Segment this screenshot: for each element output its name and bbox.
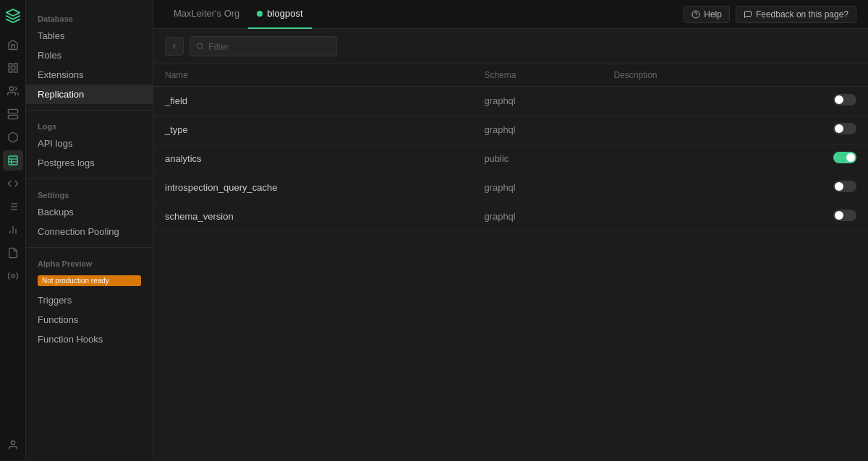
svg-rect-3 [14,69,17,72]
sidebar-item-triggers[interactable]: Triggers [26,290,153,310]
cell-toggle [759,145,868,173]
cell-name: _field [153,87,472,116]
toggle-analytics[interactable] [833,152,856,163]
content-area: Name Schema Description _fieldgraphql_ty… [153,29,868,461]
feedback-button[interactable]: Feedback on this page? [736,6,856,23]
cell-description [602,173,759,202]
sidebar-item-postgres-logs[interactable]: Postgres logs [26,153,153,173]
cell-description [602,202,759,231]
chevron-left-icon [170,42,179,51]
rail-settings-icon[interactable] [3,266,23,286]
topbar-dot-icon [257,11,263,17]
cell-toggle [759,87,868,116]
alpha-section-label: Alpha Preview [26,254,153,271]
svg-point-23 [11,441,14,444]
sidebar-item-tables[interactable]: Tables [26,26,153,46]
svg-rect-0 [9,64,12,67]
cell-toggle [759,173,868,202]
svg-rect-5 [8,109,17,113]
topbar: MaxLeiter's Org blogpost Help Feedback o… [153,0,868,29]
cell-description [602,116,759,145]
settings-section-label: Settings [26,185,153,202]
cell-description [602,87,759,116]
icon-rail [0,0,26,461]
svg-rect-6 [8,115,17,119]
col-description: Description [602,64,759,87]
sidebar-divider-alpha [26,247,153,248]
help-button[interactable]: Help [684,6,730,23]
feedback-label: Feedback on this page? [756,9,848,20]
cell-schema: public [472,145,602,173]
table-row: introspection_query_cachegraphql [153,173,868,202]
toggle-schema_version[interactable] [833,210,856,221]
logs-section-label: Logs [26,116,153,134]
cell-schema: graphql [472,173,602,202]
filter-input-wrap [190,36,337,56]
svg-rect-1 [14,64,17,67]
toggle-_field[interactable] [833,94,856,105]
main-content: MaxLeiter's Org blogpost Help Feedback o… [153,0,868,461]
cell-name: schema_version [153,202,472,231]
sidebar-item-connection-pooling[interactable]: Connection Pooling [26,222,153,241]
cell-toggle [759,116,868,145]
rail-storage-icon[interactable] [3,104,23,124]
svg-point-26 [197,43,202,48]
cell-schema: graphql [472,116,602,145]
svg-rect-2 [9,69,12,72]
rail-table-icon[interactable] [3,150,23,171]
rail-docs-icon[interactable] [3,243,23,263]
col-name: Name [153,64,472,87]
app-logo [3,6,23,26]
topbar-tab-project[interactable]: blogpost [248,0,311,29]
collapse-button[interactable] [165,37,184,56]
sidebar-item-api-logs[interactable]: API logs [26,134,153,153]
rail-user-icon[interactable] [3,435,23,455]
sidebar-item-function-hooks[interactable]: Function Hooks [26,329,153,349]
cell-schema: graphql [472,202,602,231]
help-icon [692,10,700,19]
rail-chart-icon[interactable] [3,220,23,240]
sidebar-divider-settings [26,178,153,179]
rail-box-icon[interactable] [3,127,23,147]
col-schema: Schema [472,64,602,87]
svg-point-4 [9,87,13,90]
replication-table: Name Schema Description _fieldgraphql_ty… [153,64,868,231]
topbar-tabs: MaxLeiter's Org blogpost [165,0,312,29]
topbar-tab-org[interactable]: MaxLeiter's Org [165,0,248,29]
table-body: _fieldgraphql_typegraphqlanalyticspublic… [153,87,868,231]
data-table: Name Schema Description _fieldgraphql_ty… [153,64,868,461]
sidebar: Database Tables Roles Extensions Replica… [26,0,153,461]
table-row: _typegraphql [153,116,868,145]
svg-line-27 [202,48,203,49]
alpha-badge: Not production ready [38,275,141,286]
toggle-introspection_query_cache[interactable] [833,181,856,192]
help-label: Help [704,9,722,20]
content-toolbar [153,29,868,64]
cell-description [602,145,759,173]
table-header: Name Schema Description [153,64,868,87]
svg-point-22 [12,275,14,277]
sidebar-item-roles[interactable]: Roles [26,46,153,65]
topbar-tab-org-label: MaxLeiter's Org [174,8,239,19]
sidebar-item-replication[interactable]: Replication [26,85,153,104]
table-row: analyticspublic [153,145,868,173]
rail-code-icon[interactable] [3,173,23,194]
topbar-tab-project-label: blogpost [267,8,302,19]
rail-grid-icon[interactable] [3,58,23,78]
rail-home-icon[interactable] [3,35,23,55]
filter-input[interactable] [208,41,331,52]
sidebar-item-extensions[interactable]: Extensions [26,65,153,85]
feedback-icon [744,10,752,19]
sidebar-item-backups[interactable]: Backups [26,202,153,222]
cell-name: introspection_query_cache [153,173,472,202]
cell-name: analytics [153,145,472,173]
cell-toggle [759,202,868,231]
search-icon [196,42,204,51]
rail-users-icon[interactable] [3,81,23,101]
toggle-_type[interactable] [833,123,856,134]
rail-list-icon[interactable] [3,197,23,217]
table-row: schema_versiongraphql [153,202,868,231]
cell-name: _type [153,116,472,145]
svg-rect-9 [9,156,17,165]
sidebar-item-functions[interactable]: Functions [26,310,153,329]
